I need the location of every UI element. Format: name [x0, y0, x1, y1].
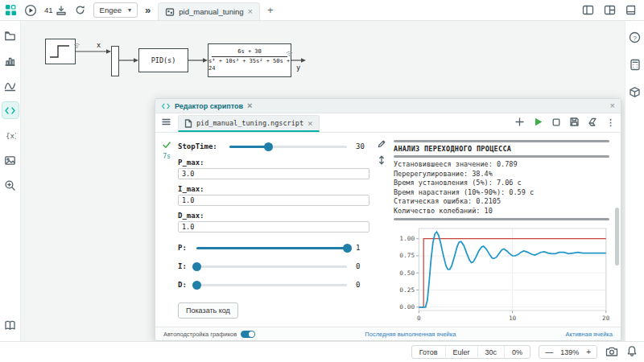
step-response-plot[interactable]: 0.000.250.500.751.0001020	[394, 224, 609, 325]
i-slider[interactable]	[196, 261, 347, 272]
status-solver[interactable]: Euler	[446, 346, 478, 358]
pid-block-label: PID(s)	[151, 56, 176, 64]
script-file-tab[interactable]: pid_manual_tuning.ngscript ×	[178, 115, 320, 132]
slider-handle[interactable]	[192, 281, 201, 290]
status-sim-time[interactable]: 30с	[478, 346, 506, 358]
zoom-level: 139%	[559, 348, 580, 356]
run-script-button[interactable]	[533, 117, 543, 129]
imax-input[interactable]	[178, 195, 369, 206]
pid-block[interactable]: PID(s)	[138, 48, 188, 72]
last-cell-link[interactable]: Последняя выполненная ячейка	[365, 331, 456, 338]
stoptime-value: 30	[352, 142, 369, 150]
svg-text:?: ?	[633, 34, 637, 41]
close-icon[interactable]: ×	[248, 7, 253, 16]
slider-handle[interactable]	[343, 244, 352, 253]
pmax-input[interactable]	[178, 168, 369, 179]
topbar: 41 Engee ▾ »	[0, 0, 644, 21]
files-icon[interactable]	[2, 27, 19, 43]
resize-handle-icon[interactable]	[377, 154, 386, 167]
engee-logo-icon[interactable]	[5, 4, 17, 16]
calculator-icon[interactable]	[627, 56, 643, 72]
svg-text:0: 0	[417, 315, 421, 322]
variables-icon[interactable]: {x}	[2, 127, 19, 143]
run-simulation-button[interactable]	[24, 4, 37, 17]
search-zoom-icon[interactable]	[2, 177, 19, 193]
notifications-bell-icon[interactable]	[626, 345, 638, 359]
model-tab[interactable]: pid_manual_tuning ×	[158, 2, 260, 20]
mux-block[interactable]	[111, 46, 119, 76]
signal-probe-icon[interactable]	[72, 40, 81, 50]
editor-titlebar[interactable]: Редактор скриптов × ×	[155, 99, 621, 113]
editor-scrollbar[interactable]	[615, 138, 619, 322]
chevron-down-icon: ▾	[128, 6, 131, 14]
slider-handle[interactable]	[192, 262, 201, 271]
statusbar: Готов Euler 30с 0% — 139% +	[0, 341, 644, 362]
layout-panel-icon[interactable]	[582, 4, 594, 16]
model-canvas[interactable]: x PID(s) 6s + 30 s⁴ + 10s³ + 35s² + 50s …	[21, 21, 625, 341]
show-code-button[interactable]: Показать код	[178, 302, 238, 319]
close-icon[interactable]: ×	[308, 119, 313, 128]
edit-cell-icon[interactable]	[377, 139, 386, 150]
analysis-line: Время нарастания (10%-90%): 0.59 с	[394, 188, 609, 198]
svg-text:{x}: {x}	[6, 132, 16, 140]
autoscale-toggle[interactable]	[241, 331, 255, 338]
environment-select[interactable]: Engee ▾	[93, 2, 138, 18]
divider	[394, 218, 609, 220]
editor-footer: Автоподстройка графиков Последняя выполн…	[155, 327, 621, 340]
imax-label: I_max:	[178, 185, 369, 193]
scope-icon[interactable]	[2, 77, 19, 93]
editor-close-icon[interactable]: ×	[610, 101, 615, 110]
status-progress: 0%	[505, 346, 530, 358]
credits-badge[interactable]: 41	[44, 5, 67, 16]
new-tab-button[interactable]: +	[267, 4, 274, 16]
transfer-function-block[interactable]: 6s + 30 s⁴ + 10s³ + 35s² + 50s + 24	[208, 43, 291, 77]
svg-text:0.00: 0.00	[399, 303, 415, 311]
stop-button[interactable]	[551, 117, 561, 129]
scrollbar-thumb[interactable]	[615, 208, 619, 265]
layout-split-icon[interactable]	[604, 4, 616, 16]
i-value: 0	[352, 262, 369, 270]
simulation-status-group: Готов Euler 30с 0%	[411, 345, 530, 359]
zoom-in-button[interactable]: +	[580, 348, 597, 356]
dmax-input[interactable]	[178, 221, 369, 232]
clear-output-icon[interactable]	[588, 117, 598, 129]
signal-probe-icon[interactable]	[285, 48, 294, 58]
zoom-controls: — 139% +	[539, 345, 597, 359]
refresh-icon[interactable]	[74, 4, 86, 16]
documentation-icon[interactable]	[2, 317, 19, 333]
analysis-line: Количество колебаний: 10	[394, 207, 609, 216]
script-editor-icon[interactable]	[2, 102, 19, 118]
library-icon[interactable]	[625, 4, 638, 16]
analysis-line: Время установления (5%): 7.06 с	[394, 179, 609, 188]
p-slider[interactable]	[196, 243, 347, 253]
zoom-out-button[interactable]: —	[539, 348, 559, 356]
svg-text:1.00: 1.00	[399, 235, 415, 242]
left-toolbar: {x}	[0, 21, 21, 341]
add-cell-button[interactable]	[514, 117, 525, 129]
svg-text:10: 10	[509, 315, 517, 322]
slider-handle[interactable]	[264, 142, 273, 151]
stoptime-slider[interactable]	[229, 142, 347, 152]
step-block[interactable]	[45, 39, 76, 64]
engee-app: 41 Engee ▾ »	[0, 0, 644, 362]
environment-label: Engee	[100, 6, 122, 14]
i-label: I:	[178, 262, 192, 270]
analysis-title: АНАЛИЗ ПЕРЕХОДНОГО ПРОЦЕССА	[394, 145, 609, 153]
save-icon[interactable]	[569, 117, 580, 129]
analysis-output: АНАЛИЗ ПЕРЕХОДНОГО ПРОЦЕССА Установившее…	[389, 138, 614, 325]
d-slider[interactable]	[196, 280, 347, 290]
images-icon[interactable]	[2, 152, 19, 168]
screenshot-camera-icon[interactable]	[605, 346, 618, 359]
package-icon[interactable]	[627, 84, 643, 100]
file-icon	[184, 119, 192, 128]
menu-icon[interactable]	[161, 117, 171, 129]
fraction-bar	[212, 56, 287, 57]
dmax-label: D_max:	[178, 212, 369, 220]
active-cell-link[interactable]: Активная ячейка	[566, 331, 613, 338]
editor-tabbar: pid_manual_tuning.ngscript ×	[155, 113, 621, 133]
close-icon[interactable]: ×	[247, 101, 252, 110]
kebab-menu-icon[interactable]: ⋮	[606, 117, 615, 128]
help-icon[interactable]: ?	[627, 29, 643, 45]
charts-icon[interactable]	[2, 52, 19, 68]
collapse-toolbar-icon[interactable]: »	[145, 5, 151, 15]
